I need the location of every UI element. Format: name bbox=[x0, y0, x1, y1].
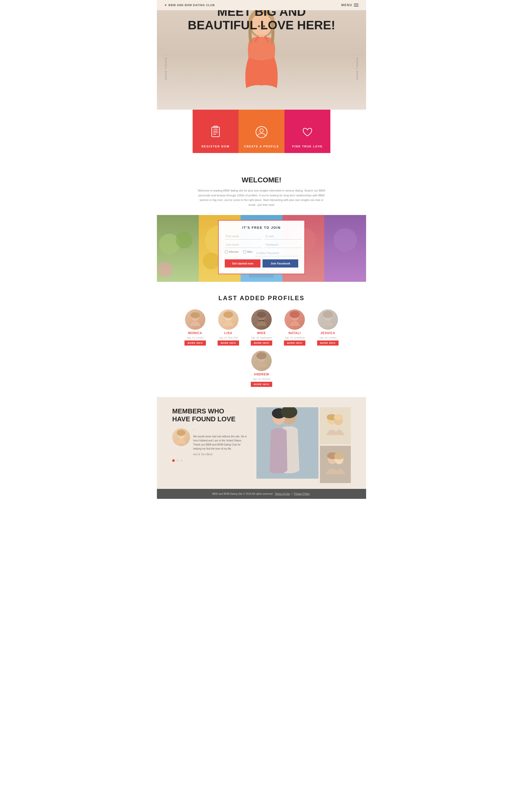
testimonial-body: " We would never had met without this si… bbox=[193, 428, 249, 456]
profile-card-2: MIKE Age: 28, Washington More Info bbox=[248, 309, 275, 346]
more-info-button-2[interactable]: More Info bbox=[251, 340, 272, 346]
more-info-button-1[interactable]: More Info bbox=[218, 340, 239, 346]
footer-privacy-link[interactable]: Privacy Policy bbox=[294, 493, 310, 495]
svg-rect-6 bbox=[212, 127, 219, 137]
join-facebook-button[interactable]: Join Facebook bbox=[263, 259, 298, 267]
testimonial-quote-mark: " bbox=[193, 428, 249, 433]
testimonial-text: We would never had met without this site… bbox=[193, 435, 249, 451]
svg-point-26 bbox=[223, 311, 233, 318]
hero-section: ↑ SCROLL DOWN ↑ SCROLL DOWN MEET BIG AND… bbox=[157, 0, 366, 110]
profile-avatar-0 bbox=[185, 309, 205, 330]
dot-2[interactable] bbox=[176, 459, 179, 462]
hamburger-icon bbox=[354, 4, 358, 7]
svg-point-47 bbox=[334, 414, 343, 420]
feature-love[interactable]: FIND TRUE LOVE bbox=[285, 110, 330, 153]
profile-info-3: Age: 19, Lynchburg bbox=[285, 336, 305, 339]
feature-register[interactable]: REGISTER NOW bbox=[193, 110, 238, 153]
feature-register-label: REGISTER NOW bbox=[201, 145, 230, 148]
profile-icon bbox=[255, 126, 268, 141]
love-images bbox=[256, 407, 351, 479]
site-header: ♥ BBW AND BHM DATING CLUB MENU bbox=[157, 0, 366, 10]
confirm-password-input[interactable] bbox=[255, 250, 298, 256]
svg-point-37 bbox=[177, 430, 185, 436]
testimonial-author: Ann & Tom Black bbox=[193, 453, 249, 456]
svg-rect-48 bbox=[320, 446, 351, 483]
profiles-section-title: LAST ADDED PROFILES bbox=[172, 295, 351, 302]
first-name-input[interactable] bbox=[225, 233, 262, 239]
profile-name-5: ANDREW bbox=[254, 373, 269, 376]
profile-avatar-4 bbox=[318, 309, 338, 330]
form-name-row2 bbox=[225, 241, 298, 248]
profile-info-2: Age: 28, Washington bbox=[251, 336, 272, 339]
profile-info-5: Age: 30, Moscow bbox=[253, 378, 270, 380]
feature-love-label: FIND TRUE LOVE bbox=[292, 145, 323, 148]
profiles-section: LAST ADDED PROFILES MONICA Age: 21, Lond… bbox=[157, 282, 366, 397]
get-started-button[interactable]: Get started now bbox=[225, 259, 260, 267]
svg-point-24 bbox=[191, 312, 200, 318]
profile-card-5: ANDREW Age: 30, Moscow More Info bbox=[248, 351, 275, 387]
welcome-title: WELCOME! bbox=[193, 176, 330, 184]
profile-name-4: JESSICA bbox=[321, 331, 335, 335]
feature-profile[interactable]: CREATE A PROFILE bbox=[238, 110, 285, 153]
menu-label: MENU bbox=[341, 3, 352, 7]
love-content: MEMBERS WHOHAVE FOUND LOVE " We would ne… bbox=[172, 407, 249, 462]
profile-avatar-5 bbox=[251, 351, 272, 371]
profile-card-1: LISA Age: 23, New York More Info bbox=[214, 309, 242, 346]
more-info-button-5[interactable]: More Info bbox=[251, 382, 272, 387]
carousel-dots bbox=[172, 459, 249, 462]
footer-terms-link[interactable]: Terms of Use bbox=[275, 493, 290, 495]
svg-rect-43 bbox=[320, 407, 351, 444]
more-info-button-3[interactable]: More Info bbox=[284, 340, 305, 346]
gender-man-radio[interactable] bbox=[243, 250, 246, 254]
features-section: REGISTER NOW CREATE A PROFILE FIND TRUE … bbox=[157, 110, 366, 163]
testimonial-avatar bbox=[172, 428, 190, 446]
logo[interactable]: ♥ BBW AND BHM DATING CLUB bbox=[165, 3, 215, 7]
site-footer: BBW and BHM Dating Site © 2016 All right… bbox=[157, 489, 366, 499]
profile-card-0: MONICA Age: 21, London More Info bbox=[181, 309, 209, 346]
svg-point-31 bbox=[290, 311, 300, 318]
love-testimonial: " We would never had met without this si… bbox=[172, 428, 249, 456]
profile-avatar-1 bbox=[218, 309, 238, 330]
profile-name-3: NATALI bbox=[289, 331, 301, 335]
profiles-grid: MONICA Age: 21, London More Info LISA Ag… bbox=[172, 309, 351, 387]
more-info-button-4[interactable]: More Info bbox=[317, 340, 339, 346]
love-section: MEMBERS WHOHAVE FOUND LOVE " We would ne… bbox=[157, 397, 366, 489]
love-icon bbox=[301, 126, 314, 141]
menu-button[interactable]: MENU bbox=[341, 3, 358, 7]
gender-woman-label: Woman bbox=[229, 250, 239, 253]
love-main-image bbox=[256, 407, 319, 479]
svg-point-13 bbox=[260, 129, 263, 132]
form-gender-confirm-row: Woman Man bbox=[225, 250, 298, 256]
gender-man-label: Man bbox=[247, 250, 253, 253]
svg-point-28 bbox=[257, 312, 266, 318]
form-wrapper: IT'S FREE TO JOIN Woman bbox=[157, 215, 366, 282]
dot-1[interactable] bbox=[172, 459, 175, 462]
profile-info-4: Age: 18, London bbox=[320, 336, 336, 339]
welcome-text: Welcome to leading BBW dating site for p… bbox=[198, 188, 325, 207]
logo-heart-icon: ♥ bbox=[165, 3, 167, 7]
gender-woman-option[interactable]: Woman bbox=[225, 250, 239, 254]
form-buttons: Get started now Join Facebook bbox=[225, 259, 298, 267]
registration-section: IT'S FREE TO JOIN Woman bbox=[157, 215, 366, 282]
profile-card-4: JESSICA Age: 18, London More Info bbox=[314, 309, 342, 346]
footer-copyright: BBW and BHM Dating Site © 2016 All right… bbox=[212, 493, 273, 495]
profile-info-1: Age: 23, New York bbox=[219, 336, 238, 339]
email-input[interactable] bbox=[265, 233, 302, 239]
logo-text: BBW AND BHM DATING CLUB bbox=[168, 4, 215, 7]
love-side-images bbox=[320, 407, 351, 479]
registration-form: IT'S FREE TO JOIN Woman bbox=[218, 220, 305, 274]
profile-name-2: MIKE bbox=[257, 331, 266, 335]
gender-man-option[interactable]: Man bbox=[243, 250, 253, 254]
profile-avatar-3 bbox=[285, 309, 305, 330]
profile-name-1: LISA bbox=[224, 331, 232, 335]
password-input[interactable] bbox=[265, 241, 302, 248]
profile-avatar-2 bbox=[251, 309, 272, 330]
svg-point-35 bbox=[256, 352, 267, 359]
profile-name-0: MONICA bbox=[188, 331, 202, 335]
gender-woman-radio[interactable] bbox=[225, 250, 228, 254]
more-info-button-0[interactable]: More Info bbox=[184, 340, 206, 346]
last-name-input[interactable] bbox=[225, 241, 262, 248]
svg-point-33 bbox=[323, 311, 333, 318]
dot-3[interactable] bbox=[180, 459, 183, 462]
profile-info-0: Age: 21, London bbox=[187, 336, 203, 339]
